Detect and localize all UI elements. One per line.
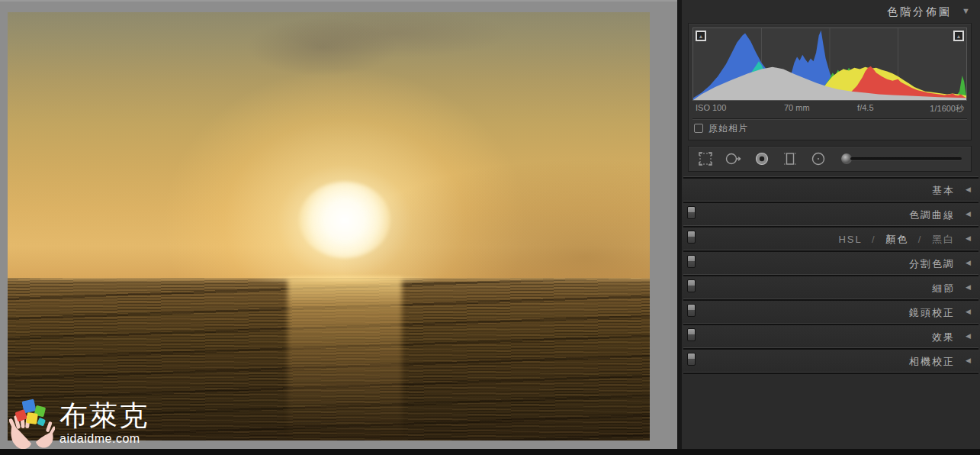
panel-section-split-toning[interactable]: 分割色調 ◀: [682, 252, 980, 274]
color-segment[interactable]: 顏色: [885, 234, 908, 245]
panel-section-effects[interactable]: 效果 ◀: [682, 325, 980, 347]
original-photo-row: 原始相片: [692, 120, 967, 137]
photo-sun: [299, 182, 390, 258]
red-eye-correction-tool-icon[interactable]: [753, 150, 771, 168]
lightroom-develop-view: 布萊克 aidaidme.com 色階分佈圖 ▼ ▲ ▲ ISO 100 70 …: [0, 0, 980, 455]
histogram-module: ▲ ▲ ISO 100 70 mm f/4.5 1/1600秒 原始相片: [688, 23, 972, 140]
panel-section-basic[interactable]: 基本 ◀: [682, 179, 980, 201]
exif-shutter: 1/1600秒: [930, 103, 964, 115]
photo-sun-reflection: [288, 278, 402, 440]
tool-strip: [688, 146, 972, 172]
watermark: 布萊克 aidaidme.com: [9, 399, 149, 452]
watermark-brand: 布萊克: [59, 399, 149, 434]
section-label: 鏡頭校正: [909, 306, 955, 320]
section-label: 細節: [932, 282, 955, 295]
section-label: 色調曲線: [909, 208, 955, 222]
graduated-filter-tool-icon[interactable]: [781, 150, 799, 168]
highlight-clipping-indicator[interactable]: ▲: [953, 31, 964, 41]
panel-toggle-switch[interactable]: [687, 353, 696, 366]
panel-section-hsl-color-bw[interactable]: HSL / 顏色 / 黑白 ◀: [682, 228, 980, 250]
exif-iso: ISO 100: [696, 103, 726, 112]
exif-info-bar: ISO 100 70 mm f/4.5 1/1600秒: [692, 103, 967, 116]
sunset-photo[interactable]: [8, 12, 650, 440]
histogram-panel-title: 色階分佈圖: [887, 5, 952, 19]
section-label: 相機校正: [909, 355, 955, 369]
original-photo-checkbox[interactable]: [694, 124, 703, 133]
crop-overlay-tool-icon[interactable]: [696, 150, 715, 168]
expand-arrow-icon[interactable]: ◀: [966, 186, 971, 193]
expand-arrow-icon[interactable]: ◀: [966, 210, 971, 218]
panel-section-tone-curve[interactable]: 色調曲線 ◀: [682, 203, 980, 225]
watermark-logo-icon: [9, 399, 55, 452]
section-label: 基本: [932, 184, 955, 198]
expand-arrow-icon[interactable]: ◀: [966, 259, 971, 266]
original-photo-label: 原始相片: [708, 122, 748, 135]
collapse-triangle-icon[interactable]: ▼: [962, 6, 970, 15]
expand-arrow-icon[interactable]: ◀: [966, 332, 971, 340]
bottom-divider: [0, 449, 980, 455]
watermark-domain: aidaidme.com: [59, 432, 149, 446]
hsl-segment[interactable]: HSL: [838, 234, 862, 245]
panel-sections: 基本 ◀ 色調曲線 ◀ HSL / 顏色 / 黑白 ◀: [682, 176, 980, 374]
puzzle-pieces: [14, 399, 46, 427]
radial-filter-tool-icon[interactable]: [809, 150, 827, 168]
panel-toggle-switch[interactable]: [687, 304, 696, 317]
expand-arrow-icon[interactable]: ◀: [966, 234, 971, 242]
panel-toggle-switch[interactable]: [687, 231, 696, 244]
section-label: 效果: [932, 331, 955, 344]
spot-removal-tool-icon[interactable]: [725, 150, 743, 168]
panel-section-lens-corrections[interactable]: 鏡頭校正 ◀: [682, 301, 980, 323]
histogram-plot[interactable]: ▲ ▲: [692, 27, 967, 101]
adjustment-brush-handle[interactable]: [850, 157, 962, 160]
expand-arrow-icon[interactable]: ◀: [966, 357, 971, 364]
exif-aperture: f/4.5: [857, 103, 873, 112]
panel-section-camera-calibration[interactable]: 相機校正 ◀: [682, 350, 980, 372]
expand-arrow-icon[interactable]: ◀: [966, 308, 971, 315]
develop-right-panel: 色階分佈圖 ▼ ▲ ▲ ISO 100 70 mm f/4.5 1/1600秒 …: [677, 0, 980, 455]
panel-toggle-switch[interactable]: [687, 279, 696, 292]
section-label: HSL / 顏色 / 黑白: [838, 233, 955, 247]
histogram-header[interactable]: 色階分佈圖 ▼: [682, 0, 980, 21]
panel-section-detail[interactable]: 細節 ◀: [682, 276, 980, 298]
expand-arrow-icon[interactable]: ◀: [966, 283, 971, 291]
exif-focal: 70 mm: [784, 103, 810, 112]
panel-toggle-switch[interactable]: [687, 255, 696, 268]
panel-toggle-switch[interactable]: [687, 206, 696, 219]
section-label: 分割色調: [909, 257, 955, 271]
shadow-clipping-indicator[interactable]: ▲: [696, 31, 706, 41]
photo-canvas: 布萊克 aidaidme.com: [0, 0, 677, 455]
bw-segment[interactable]: 黑白: [932, 234, 955, 245]
panel-toggle-switch[interactable]: [687, 328, 696, 341]
